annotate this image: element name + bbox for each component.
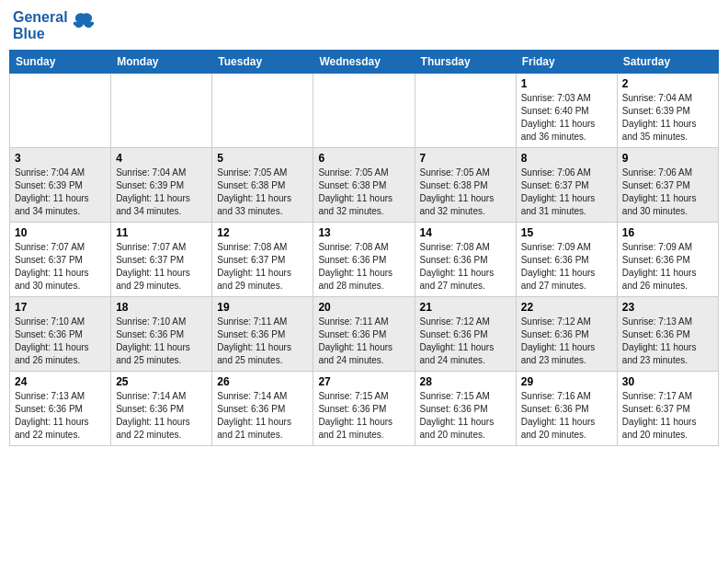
calendar-week-row: 3Sunrise: 7:04 AM Sunset: 6:39 PM Daylig… [10,148,719,223]
calendar-cell: 7Sunrise: 7:05 AM Sunset: 6:38 PM Daylig… [415,148,516,223]
day-number: 19 [217,301,308,314]
day-info: Sunrise: 7:10 AM Sunset: 6:36 PM Dayligh… [116,316,207,367]
day-number: 7 [420,152,511,165]
col-header-monday: Monday [111,51,212,74]
day-info: Sunrise: 7:07 AM Sunset: 6:37 PM Dayligh… [116,241,207,293]
day-info: Sunrise: 7:13 AM Sunset: 6:36 PM Dayligh… [622,316,713,367]
day-number: 11 [116,226,207,239]
logo-bird-icon [70,9,97,42]
day-info: Sunrise: 7:04 AM Sunset: 6:39 PM Dayligh… [622,92,713,144]
day-number: 1 [521,77,612,90]
day-info: Sunrise: 7:05 AM Sunset: 6:38 PM Dayligh… [318,167,409,218]
calendar-cell: 23Sunrise: 7:13 AM Sunset: 6:36 PM Dayli… [617,297,718,372]
logo: General Blue [13,9,97,42]
calendar-cell: 13Sunrise: 7:08 AM Sunset: 6:36 PM Dayli… [313,223,415,297]
day-info: Sunrise: 7:13 AM Sunset: 6:36 PM Dayligh… [15,390,106,442]
day-info: Sunrise: 7:03 AM Sunset: 6:40 PM Dayligh… [521,92,612,144]
calendar-header-row: SundayMondayTuesdayWednesdayThursdayFrid… [10,51,719,74]
day-number: 10 [15,226,106,239]
day-info: Sunrise: 7:04 AM Sunset: 6:39 PM Dayligh… [15,167,106,218]
calendar-cell: 10Sunrise: 7:07 AM Sunset: 6:37 PM Dayli… [10,223,111,297]
calendar-cell: 5Sunrise: 7:05 AM Sunset: 6:38 PM Daylig… [212,148,313,223]
day-number: 9 [622,152,713,165]
day-number: 12 [217,226,308,239]
day-info: Sunrise: 7:05 AM Sunset: 6:38 PM Dayligh… [217,167,308,218]
col-header-saturday: Saturday [617,51,718,74]
day-info: Sunrise: 7:12 AM Sunset: 6:36 PM Dayligh… [420,316,511,367]
day-number: 28 [420,375,511,388]
calendar-cell: 29Sunrise: 7:16 AM Sunset: 6:36 PM Dayli… [516,372,617,446]
day-number: 2 [622,77,713,90]
day-number: 18 [116,301,207,314]
day-info: Sunrise: 7:06 AM Sunset: 6:37 PM Dayligh… [622,167,713,218]
calendar-cell: 20Sunrise: 7:11 AM Sunset: 6:36 PM Dayli… [313,297,415,372]
calendar-cell: 26Sunrise: 7:14 AM Sunset: 6:36 PM Dayli… [212,372,313,446]
calendar-week-row: 17Sunrise: 7:10 AM Sunset: 6:36 PM Dayli… [10,297,719,372]
day-number: 24 [15,375,106,388]
col-header-friday: Friday [516,51,617,74]
day-info: Sunrise: 7:07 AM Sunset: 6:37 PM Dayligh… [15,241,106,293]
calendar-table: SundayMondayTuesdayWednesdayThursdayFrid… [9,50,719,446]
calendar-cell [111,74,212,148]
day-number: 5 [217,152,308,165]
day-number: 14 [420,226,511,239]
day-number: 13 [318,226,409,239]
day-info: Sunrise: 7:14 AM Sunset: 6:36 PM Dayligh… [217,390,308,442]
calendar-cell: 30Sunrise: 7:17 AM Sunset: 6:37 PM Dayli… [617,372,718,446]
day-number: 23 [622,301,713,314]
calendar-cell: 24Sunrise: 7:13 AM Sunset: 6:36 PM Dayli… [10,372,111,446]
calendar-cell: 2Sunrise: 7:04 AM Sunset: 6:39 PM Daylig… [617,74,718,148]
calendar-week-row: 10Sunrise: 7:07 AM Sunset: 6:37 PM Dayli… [10,223,719,297]
day-info: Sunrise: 7:05 AM Sunset: 6:38 PM Dayligh… [420,167,511,218]
day-number: 22 [521,301,612,314]
calendar-cell: 9Sunrise: 7:06 AM Sunset: 6:37 PM Daylig… [617,148,718,223]
calendar-cell: 6Sunrise: 7:05 AM Sunset: 6:38 PM Daylig… [313,148,415,223]
day-info: Sunrise: 7:12 AM Sunset: 6:36 PM Dayligh… [521,316,612,367]
calendar-cell: 15Sunrise: 7:09 AM Sunset: 6:36 PM Dayli… [516,223,617,297]
day-info: Sunrise: 7:11 AM Sunset: 6:36 PM Dayligh… [318,316,409,367]
day-info: Sunrise: 7:06 AM Sunset: 6:37 PM Dayligh… [521,167,612,218]
calendar-week-row: 24Sunrise: 7:13 AM Sunset: 6:36 PM Dayli… [10,372,719,446]
day-info: Sunrise: 7:09 AM Sunset: 6:36 PM Dayligh… [521,241,612,293]
day-number: 27 [318,375,409,388]
day-number: 15 [521,226,612,239]
day-info: Sunrise: 7:11 AM Sunset: 6:36 PM Dayligh… [217,316,308,367]
calendar-cell: 25Sunrise: 7:14 AM Sunset: 6:36 PM Dayli… [111,372,212,446]
day-number: 6 [318,152,409,165]
calendar-cell: 22Sunrise: 7:12 AM Sunset: 6:36 PM Dayli… [516,297,617,372]
day-info: Sunrise: 7:15 AM Sunset: 6:36 PM Dayligh… [318,390,409,442]
calendar-cell: 27Sunrise: 7:15 AM Sunset: 6:36 PM Dayli… [313,372,415,446]
day-number: 29 [521,375,612,388]
day-info: Sunrise: 7:08 AM Sunset: 6:37 PM Dayligh… [217,241,308,293]
page-header: General Blue [9,9,719,42]
calendar-cell: 11Sunrise: 7:07 AM Sunset: 6:37 PM Dayli… [111,223,212,297]
day-info: Sunrise: 7:16 AM Sunset: 6:36 PM Dayligh… [521,390,612,442]
calendar-cell [10,74,111,148]
day-number: 16 [622,226,713,239]
calendar-cell: 8Sunrise: 7:06 AM Sunset: 6:37 PM Daylig… [516,148,617,223]
day-number: 20 [318,301,409,314]
calendar-cell: 16Sunrise: 7:09 AM Sunset: 6:36 PM Dayli… [617,223,718,297]
day-number: 3 [15,152,106,165]
day-number: 4 [116,152,207,165]
calendar-cell: 12Sunrise: 7:08 AM Sunset: 6:37 PM Dayli… [212,223,313,297]
calendar-cell: 14Sunrise: 7:08 AM Sunset: 6:36 PM Dayli… [415,223,516,297]
calendar-cell [415,74,516,148]
col-header-tuesday: Tuesday [212,51,313,74]
logo-text: General Blue [13,9,68,41]
day-number: 26 [217,375,308,388]
calendar-cell: 18Sunrise: 7:10 AM Sunset: 6:36 PM Dayli… [111,297,212,372]
day-info: Sunrise: 7:09 AM Sunset: 6:36 PM Dayligh… [622,241,713,293]
calendar-cell: 19Sunrise: 7:11 AM Sunset: 6:36 PM Dayli… [212,297,313,372]
day-number: 21 [420,301,511,314]
calendar-week-row: 1Sunrise: 7:03 AM Sunset: 6:40 PM Daylig… [10,74,719,148]
day-number: 25 [116,375,207,388]
day-info: Sunrise: 7:15 AM Sunset: 6:36 PM Dayligh… [420,390,511,442]
calendar-cell: 28Sunrise: 7:15 AM Sunset: 6:36 PM Dayli… [415,372,516,446]
day-info: Sunrise: 7:08 AM Sunset: 6:36 PM Dayligh… [318,241,409,293]
day-info: Sunrise: 7:17 AM Sunset: 6:37 PM Dayligh… [622,390,713,442]
day-info: Sunrise: 7:04 AM Sunset: 6:39 PM Dayligh… [116,167,207,218]
calendar-cell [212,74,313,148]
calendar-cell [313,74,415,148]
calendar-cell: 3Sunrise: 7:04 AM Sunset: 6:39 PM Daylig… [10,148,111,223]
